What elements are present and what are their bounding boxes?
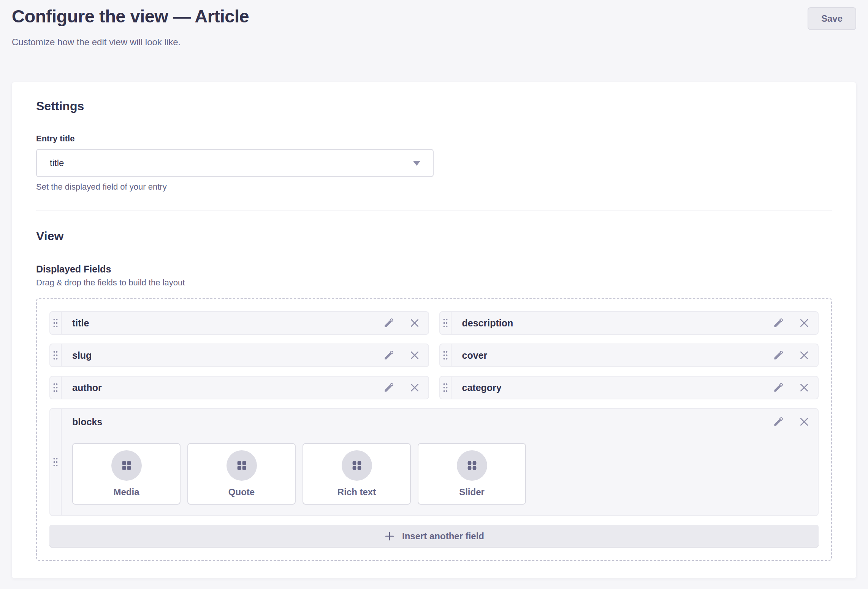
six-dots-drag-icon bbox=[442, 318, 448, 328]
close-icon bbox=[798, 382, 810, 393]
insert-field-label: Insert another field bbox=[402, 531, 484, 542]
drag-handle[interactable] bbox=[50, 344, 62, 366]
drag-handle[interactable] bbox=[50, 312, 62, 334]
field-name-label: description bbox=[462, 318, 513, 329]
drag-handle[interactable] bbox=[440, 312, 451, 334]
remove-field-button[interactable] bbox=[798, 349, 810, 361]
pencil-icon bbox=[773, 382, 784, 393]
page-title: Configure the view — Article bbox=[12, 5, 249, 27]
page-header-text: Configure the view — Article Customize h… bbox=[12, 5, 249, 48]
save-button[interactable]: Save bbox=[808, 7, 856, 30]
entry-title-select[interactable]: title bbox=[36, 149, 434, 177]
field-row-actions bbox=[772, 317, 810, 329]
fields-grid: title bbox=[49, 311, 819, 399]
pencil-icon bbox=[383, 350, 394, 361]
close-icon bbox=[409, 317, 420, 329]
field-row-body: slug bbox=[62, 344, 428, 366]
field-name-label: cover bbox=[462, 350, 488, 361]
field-row: description bbox=[439, 311, 819, 335]
drag-handle[interactable] bbox=[440, 377, 451, 399]
field-row: slug bbox=[49, 344, 429, 367]
six-dots-drag-icon bbox=[52, 457, 59, 467]
field-row-actions bbox=[772, 349, 810, 361]
field-row-body: cover bbox=[451, 344, 818, 366]
remove-field-button[interactable] bbox=[409, 349, 421, 361]
entry-title-hint: Set the displayed field of your entry bbox=[36, 182, 832, 192]
fields-dropzone: title bbox=[36, 298, 832, 561]
close-icon bbox=[798, 350, 810, 361]
six-dots-drag-icon bbox=[442, 350, 448, 360]
six-dots-drag-icon bbox=[52, 350, 59, 360]
component-card[interactable]: Media bbox=[72, 443, 181, 505]
edit-field-button[interactable] bbox=[383, 317, 395, 329]
field-row: category bbox=[439, 376, 819, 399]
field-row: author bbox=[49, 376, 429, 399]
grid-icon bbox=[120, 459, 133, 472]
plus-icon bbox=[384, 530, 395, 542]
component-name-label: Quote bbox=[228, 487, 255, 497]
view-heading: View bbox=[36, 229, 832, 243]
component-icon-circle bbox=[227, 450, 257, 481]
insert-field-button[interactable]: Insert another field bbox=[49, 525, 819, 548]
page-header: Configure the view — Article Customize h… bbox=[0, 0, 868, 48]
pencil-icon bbox=[773, 350, 784, 361]
close-icon bbox=[798, 416, 810, 428]
field-name-label: blocks bbox=[72, 416, 102, 428]
remove-field-button[interactable] bbox=[798, 416, 810, 428]
displayed-fields-header: Displayed Fields Drag & drop the fields … bbox=[36, 263, 832, 288]
component-card[interactable]: Slider bbox=[418, 443, 526, 505]
field-name-label: slug bbox=[72, 350, 92, 361]
component-cards-list: Media Quote Rich text bbox=[72, 443, 810, 505]
field-name-label: title bbox=[72, 318, 89, 329]
component-name-label: Media bbox=[113, 487, 139, 497]
six-dots-drag-icon bbox=[52, 318, 59, 328]
edit-field-button[interactable] bbox=[772, 382, 784, 394]
settings-section: Settings Entry title title Set the displ… bbox=[36, 99, 832, 192]
grid-icon bbox=[235, 459, 248, 472]
pencil-icon bbox=[383, 317, 394, 329]
field-row-actions bbox=[383, 317, 421, 329]
field-row-actions bbox=[772, 382, 810, 394]
entry-title-label: Entry title bbox=[36, 134, 832, 144]
remove-field-button[interactable] bbox=[409, 317, 421, 329]
edit-field-button[interactable] bbox=[772, 349, 784, 361]
component-name-label: Slider bbox=[459, 487, 485, 497]
field-row-body: category bbox=[451, 377, 818, 399]
displayed-fields-label: Displayed Fields bbox=[36, 263, 832, 275]
edit-field-button[interactable] bbox=[772, 416, 784, 428]
edit-field-button[interactable] bbox=[383, 349, 395, 361]
component-card[interactable]: Rich text bbox=[303, 443, 411, 505]
entry-title-selected-value: title bbox=[50, 158, 64, 168]
field-row-body: description bbox=[451, 312, 818, 334]
field-row: title bbox=[49, 311, 429, 335]
six-dots-drag-icon bbox=[52, 383, 59, 393]
close-icon bbox=[409, 382, 420, 393]
component-field-body: blocks bbox=[62, 409, 818, 515]
grid-icon bbox=[466, 459, 478, 472]
field-row-body: title bbox=[62, 312, 428, 334]
field-name-label: author bbox=[72, 382, 102, 393]
drag-handle[interactable] bbox=[50, 409, 62, 515]
close-icon bbox=[409, 350, 420, 361]
pencil-icon bbox=[383, 382, 394, 393]
edit-field-button[interactable] bbox=[383, 382, 395, 394]
field-row-actions bbox=[383, 382, 421, 394]
field-row-body: author bbox=[62, 377, 428, 399]
edit-field-button[interactable] bbox=[772, 317, 784, 329]
content-card: Settings Entry title title Set the displ… bbox=[12, 82, 856, 578]
close-icon bbox=[798, 317, 810, 329]
caret-down-icon bbox=[413, 161, 421, 166]
component-name-label: Rich text bbox=[337, 487, 376, 497]
remove-field-button[interactable] bbox=[798, 317, 810, 329]
drag-handle[interactable] bbox=[50, 377, 62, 399]
component-card[interactable]: Quote bbox=[187, 443, 296, 505]
configure-view-page: Configure the view — Article Customize h… bbox=[0, 0, 868, 589]
section-divider bbox=[36, 211, 832, 211]
entry-title-group: Entry title title Set the displayed fiel… bbox=[36, 134, 832, 192]
component-field-head: blocks bbox=[72, 416, 810, 428]
remove-field-button[interactable] bbox=[798, 382, 810, 394]
pencil-icon bbox=[773, 416, 784, 428]
remove-field-button[interactable] bbox=[409, 382, 421, 394]
drag-handle[interactable] bbox=[440, 344, 451, 366]
field-row-actions bbox=[772, 416, 810, 428]
